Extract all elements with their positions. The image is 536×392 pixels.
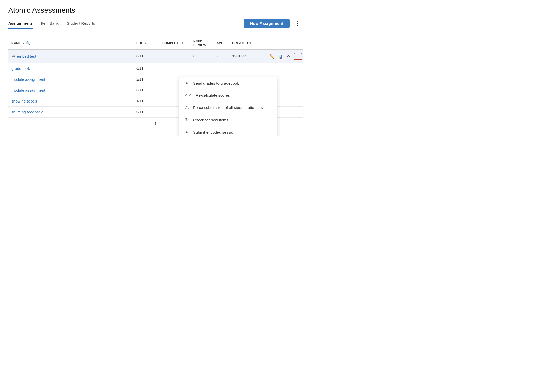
tabs: Assignments Item Bank Student Reports bbox=[8, 21, 95, 29]
app-container: Atomic Assessments Assignments Item Bank… bbox=[0, 0, 311, 136]
table-row: ⇥ embed test 0/11 0 - 12-Jul-22 ✏️ 📊 👁 ⋮ bbox=[8, 50, 303, 63]
col-completed: COMPLETED bbox=[162, 41, 193, 45]
top-actions: New Assignment ⋮ bbox=[244, 19, 303, 31]
row-more-button[interactable]: ⋮ bbox=[294, 53, 302, 60]
submit-encoded-icon: ► bbox=[184, 130, 189, 134]
assignment-link[interactable]: gradebook bbox=[11, 66, 136, 71]
tab-assignments[interactable]: Assignments bbox=[8, 21, 33, 29]
created-sort-icon[interactable]: ⇅ bbox=[249, 42, 251, 45]
due-cell: 0/11 bbox=[136, 110, 162, 114]
due-cell: 0/11 bbox=[136, 88, 162, 92]
more-options-button[interactable]: ⋮ bbox=[293, 19, 303, 28]
menu-item-recalculate[interactable]: ✓✓ Re-calculate scores bbox=[179, 89, 277, 101]
row-actions: ✏️ 📊 👁 ⋮ bbox=[269, 53, 300, 60]
dropdown-menu: ► Send grades to gradebook ✓✓ Re-calcula… bbox=[179, 77, 277, 136]
analytics-button[interactable]: 📊 bbox=[277, 53, 284, 59]
due-cell: 1/11 bbox=[136, 99, 162, 103]
top-bar: Assignments Item Bank Student Reports Ne… bbox=[8, 19, 303, 31]
app-title: Atomic Assessments bbox=[8, 6, 303, 14]
assignment-link[interactable]: module assignment bbox=[11, 88, 136, 92]
col-due: DUE ⇅ bbox=[136, 41, 162, 45]
avg-cell: - bbox=[217, 54, 232, 58]
tab-item-bank[interactable]: Item Bank bbox=[41, 21, 59, 29]
menu-item-check-items[interactable]: ↻ Check for new items bbox=[179, 114, 277, 126]
col-created: CREATED ⇅ bbox=[232, 41, 269, 45]
name-search-button[interactable]: 🔍 bbox=[26, 41, 30, 45]
menu-item-force-submit[interactable]: ⚠ Force submission of all student attemp… bbox=[179, 101, 277, 114]
due-cell: 2/11 bbox=[136, 77, 162, 81]
col-name: NAME ▼ 🔍 bbox=[11, 41, 136, 45]
new-assignment-button[interactable]: New Assignment bbox=[244, 19, 290, 28]
name-sort-icon[interactable]: ▼ bbox=[22, 42, 25, 45]
preview-button[interactable]: 👁 bbox=[286, 53, 291, 59]
edit-button[interactable]: ✏️ bbox=[269, 53, 275, 59]
table-header: NAME ▼ 🔍 DUE ⇅ COMPLETED NEEDREVIEW AVG.… bbox=[8, 38, 303, 50]
send-grades-icon: ► bbox=[184, 81, 189, 85]
col-need-review: NEEDREVIEW bbox=[193, 40, 217, 47]
created-cell: 12-Jul-22 bbox=[232, 54, 269, 58]
due-sort-icon[interactable]: ⇅ bbox=[144, 42, 147, 45]
assignment-link[interactable]: module assignment bbox=[11, 77, 136, 82]
recalculate-icon: ✓✓ bbox=[184, 92, 192, 98]
col-avg: AVG. bbox=[217, 41, 232, 45]
embed-icon: ⇥ bbox=[11, 54, 15, 59]
need-review-cell: 0 bbox=[193, 54, 217, 58]
tab-student-reports[interactable]: Student Reports bbox=[67, 21, 95, 29]
assignment-link[interactable]: ⇥ embed test bbox=[11, 54, 136, 59]
menu-item-send-grades[interactable]: ► Send grades to gradebook bbox=[179, 77, 277, 89]
check-items-icon: ↻ bbox=[184, 117, 189, 123]
assignment-link[interactable]: showing scoes bbox=[11, 99, 136, 103]
assignment-link[interactable]: shuffling feedback bbox=[11, 110, 136, 114]
force-submit-icon: ⚠ bbox=[184, 105, 189, 110]
menu-item-submit-encoded[interactable]: ► Submit encoded session bbox=[179, 126, 277, 136]
due-cell: 0/11 bbox=[136, 54, 162, 58]
due-cell: 0/11 bbox=[136, 66, 162, 70]
table-row: gradebook 0/11 bbox=[8, 63, 303, 74]
